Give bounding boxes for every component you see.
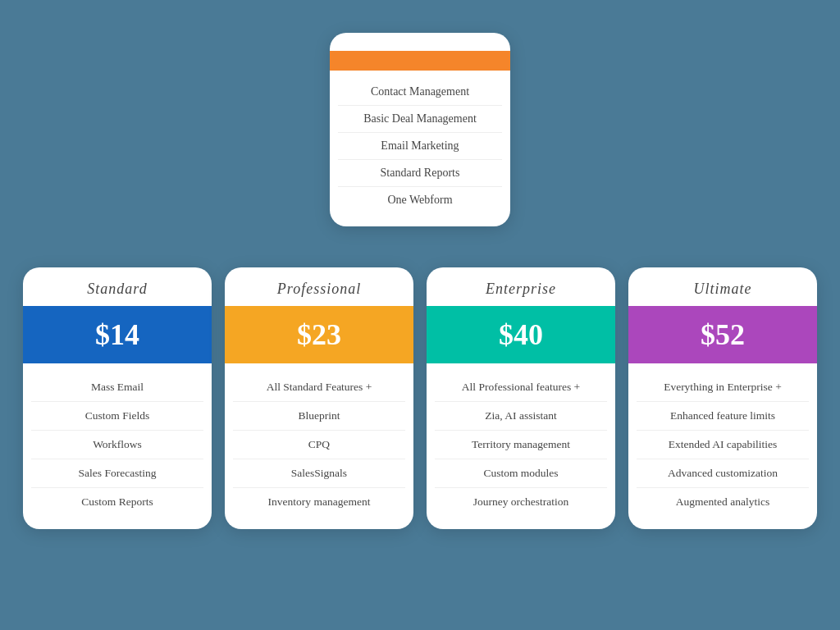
plan-feature-item: Augmented analytics [637, 488, 809, 516]
free-feature-item: One Webform [338, 187, 502, 213]
enterprise-features-list: All Professional features +Zia, AI assis… [427, 363, 615, 529]
plan-feature-item: Journey orchestration [435, 488, 607, 516]
standard-features-list: Mass EmailCustom FieldsWorkflowsSales Fo… [23, 363, 212, 529]
plan-feature-item: Extended AI capabilities [637, 431, 809, 459]
plan-feature-item: Sales Forecasting [31, 459, 203, 488]
plan-feature-item: Custom modules [435, 459, 607, 488]
plan-feature-item: Advanced customization [637, 459, 809, 488]
ultimate-plan-name: Ultimate [628, 267, 817, 306]
plan-feature-item: Workflows [31, 431, 203, 459]
professional-plan-name: Professional [225, 267, 413, 306]
ultimate-price-band: $52 [628, 306, 817, 363]
plan-feature-item: Enhanced feature limits [637, 402, 809, 431]
plan-feature-item: Mass Email [31, 373, 203, 402]
plan-feature-item: CPQ [233, 431, 405, 459]
plan-feature-item: All Standard Features + [233, 373, 405, 402]
plan-feature-item: Custom Reports [31, 488, 203, 516]
free-feature-item: Basic Deal Management [338, 106, 502, 133]
plan-feature-item: Everything in Enterprise + [637, 373, 809, 402]
plan-feature-item: Blueprint [233, 402, 405, 431]
standard-plan-name: Standard [23, 267, 212, 306]
plan-card-standard: Standard$14Mass EmailCustom FieldsWorkfl… [23, 267, 212, 529]
professional-features-list: All Standard Features +BlueprintCPQSales… [225, 363, 413, 529]
free-features-list: Contact ManagementBasic Deal ManagementE… [330, 71, 510, 226]
plan-feature-item: Territory management [435, 431, 607, 459]
ultimate-features-list: Everything in Enterprise +Enhanced featu… [628, 363, 817, 529]
free-plan-card: Contact ManagementBasic Deal ManagementE… [330, 33, 510, 226]
plan-card-enterprise: Enterprise$40All Professional features +… [427, 267, 615, 529]
free-feature-item: Contact Management [338, 79, 502, 106]
standard-price-band: $14 [23, 306, 212, 363]
plan-card-professional: Professional$23All Standard Features +Bl… [225, 267, 413, 529]
professional-price-band: $23 [225, 306, 413, 363]
plan-card-ultimate: Ultimate$52Everything in Enterprise +Enh… [628, 267, 817, 529]
plan-feature-item: All Professional features + [435, 373, 607, 402]
free-plan-label [330, 33, 510, 51]
plan-feature-item: Custom Fields [31, 402, 203, 431]
free-feature-item: Standard Reports [338, 160, 502, 187]
plans-row: Standard$14Mass EmailCustom FieldsWorkfl… [16, 267, 824, 529]
enterprise-plan-name: Enterprise [427, 267, 615, 306]
free-price-banner [330, 51, 510, 71]
free-feature-item: Email Marketing [338, 133, 502, 160]
enterprise-price-band: $40 [427, 306, 615, 363]
plan-feature-item: SalesSignals [233, 459, 405, 488]
plan-feature-item: Zia, AI assistant [435, 402, 607, 431]
plan-feature-item: Inventory management [233, 488, 405, 516]
